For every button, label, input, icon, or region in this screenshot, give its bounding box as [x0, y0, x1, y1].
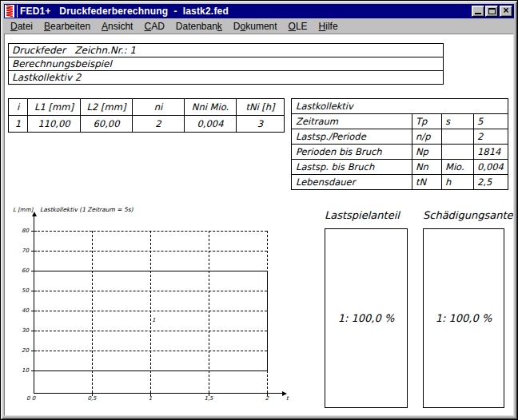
y-tick: [31, 351, 37, 351]
gridline-x15: [209, 231, 209, 393]
menu-item-ole[interactable]: OLE: [283, 20, 313, 33]
collective-name-field[interactable]: Lastkollektiv 2: [8, 70, 444, 85]
row-label: Perioden bis Bruch: [292, 145, 412, 160]
close-icon: ×: [503, 6, 508, 15]
y-tick: [31, 331, 37, 331]
table-row: Perioden bis Bruch Np 1814: [292, 145, 508, 160]
minimize-button[interactable]: [472, 6, 484, 17]
spring-icon: [5, 5, 18, 18]
step-annotation: 1: [152, 317, 155, 323]
table-row: Lastsp. bis Bruch Nn Mio. 0,004: [292, 160, 508, 175]
cell-l1: 110,00: [28, 116, 81, 133]
x-tick-label: 1,5: [199, 395, 218, 402]
x-axis: [34, 393, 283, 394]
drawing-number-field[interactable]: Druckfeder Zeichn.Nr.: 1: [8, 43, 444, 57]
col-header-l1: L1 [mm]: [28, 99, 81, 116]
y-tick: [31, 231, 37, 232]
window-controls: ×: [472, 6, 512, 17]
gridline-x10: [150, 231, 151, 393]
menu-item-cad[interactable]: CAD: [138, 20, 169, 33]
row-label: Lebensdauer: [292, 175, 412, 190]
lastkollektiv-table: Lastkollektiv Zeitraum Tp s 5 Lastsp./Pe…: [291, 98, 508, 190]
row-label: Lastsp./Periode: [292, 129, 412, 145]
y-tick: [31, 251, 37, 252]
y-tick-label: 10: [14, 367, 29, 374]
row-symbol: tN: [412, 175, 442, 190]
y-tick: [31, 291, 37, 291]
maximize-button[interactable]: [485, 6, 498, 17]
close-button[interactable]: ×: [500, 6, 512, 17]
lastspielanteil-box: 1: 100,0 %: [325, 228, 408, 408]
y-axis: [34, 216, 34, 394]
y-tick-label: 70: [14, 248, 29, 254]
table-row: Lebensdauer tN h 2,5: [292, 175, 508, 190]
schaedigungsanteil-title: Schädigungsanteil: [423, 209, 514, 221]
menu-item-hilfe[interactable]: Hilfe: [313, 20, 344, 33]
y-tick-label: 50: [14, 287, 29, 294]
row-unit: h: [442, 175, 474, 190]
cell-nni: 0,004: [185, 116, 237, 133]
col-header-l2: L2 [mm]: [81, 99, 133, 116]
col-header-i: i: [9, 99, 28, 116]
y-tick-label: 40: [14, 307, 29, 314]
load-steps-table: i L1 [mm] L2 [mm] ni Nni Mio. tNi [h] 1 …: [8, 98, 285, 133]
row-value: 2,5: [474, 175, 508, 190]
y-tick: [31, 271, 37, 271]
row-symbol: n/p: [412, 129, 442, 145]
window-title: FED1+ Druckfederberechnung - lastk2.fed: [20, 6, 229, 17]
cell-tni: 3: [237, 116, 285, 133]
row-value: 5: [474, 114, 508, 129]
col-header-ni: ni: [133, 99, 185, 116]
table-title-row: Lastkollektiv: [292, 99, 508, 114]
client-area: Druckfeder Zeichn.Nr.: 1 Berechnungsbeis…: [4, 34, 514, 416]
y-tick: [31, 311, 37, 311]
row-unit: [442, 129, 474, 145]
x-tick-label: 0: [24, 395, 43, 402]
menu-item-datei[interactable]: Datei: [5, 20, 38, 33]
y-tick-label: 20: [14, 347, 29, 354]
table-row: Lastsp./Periode n/p 2: [292, 129, 508, 145]
col-header-tni: tNi [h]: [237, 99, 285, 116]
y-axis-arrow-icon: [32, 212, 37, 216]
y-axis-label: L [mm]: [13, 207, 33, 213]
table-header-row: i L1 [mm] L2 [mm] ni Nni Mio. tNi [h]: [9, 99, 285, 116]
menu-item-bearbeiten[interactable]: Bearbeiten: [38, 20, 96, 33]
description-field[interactable]: Berechnungsbeispiel: [8, 57, 444, 71]
chart-title: Lastkollektiv (1 Zeitraum = 5s): [40, 207, 133, 213]
row-symbol: Tp: [412, 114, 442, 129]
row-label: Lastsp. bis Bruch: [292, 160, 412, 175]
col-header-nni: Nni Mio.: [185, 99, 237, 116]
y-tick-label: 30: [14, 327, 29, 334]
schaedigungsanteil-box: 1: 100,0 %: [423, 228, 504, 408]
gridline-x05: [92, 231, 93, 393]
schaedigungsanteil-value: 1: 100,0 %: [436, 312, 492, 324]
menubar: DateiBearbeitenAnsichtCADDatenbankDokume…: [4, 18, 514, 34]
row-value: 1814: [474, 145, 508, 160]
minimize-icon: [475, 13, 481, 14]
row-symbol: Nn: [412, 160, 442, 175]
row-value: 2: [474, 129, 508, 145]
maximize-icon: [488, 8, 496, 14]
menu-item-ansicht[interactable]: Ansicht: [96, 20, 138, 33]
x-axis-label: t: [286, 395, 289, 402]
row-unit: s: [442, 114, 474, 129]
row-value: 0,004: [474, 160, 508, 175]
row-symbol: Np: [412, 145, 442, 160]
menu-item-dokument[interactable]: Dokument: [228, 20, 283, 33]
x-tick-label: 0,5: [82, 395, 102, 402]
app-window: FED1+ Druckfederberechnung - lastk2.fed …: [0, 0, 518, 420]
lastkollektiv-title: Lastkollektiv: [292, 99, 508, 114]
table-row: Zeitraum Tp s 5: [292, 114, 508, 129]
row-label: Zeitraum: [292, 114, 412, 129]
row-unit: Mio.: [442, 160, 474, 175]
menu-item-datenbank[interactable]: Datenbank: [170, 20, 228, 33]
x-tick-label: 2: [257, 395, 277, 402]
cell-l2: 60,00: [81, 116, 133, 133]
lastspielanteil-title: Lastspielanteil: [325, 209, 400, 221]
titlebar[interactable]: FED1+ Druckfederberechnung - lastk2.fed …: [4, 4, 514, 18]
series-line-right-edge: [267, 271, 268, 370]
y-tick: [31, 370, 37, 371]
cell-ni: 2: [133, 116, 185, 133]
table-row: 1 110,00 60,00 2 0,004 3: [9, 116, 285, 133]
lastspielanteil-value: 1: 100,0 %: [338, 312, 394, 324]
